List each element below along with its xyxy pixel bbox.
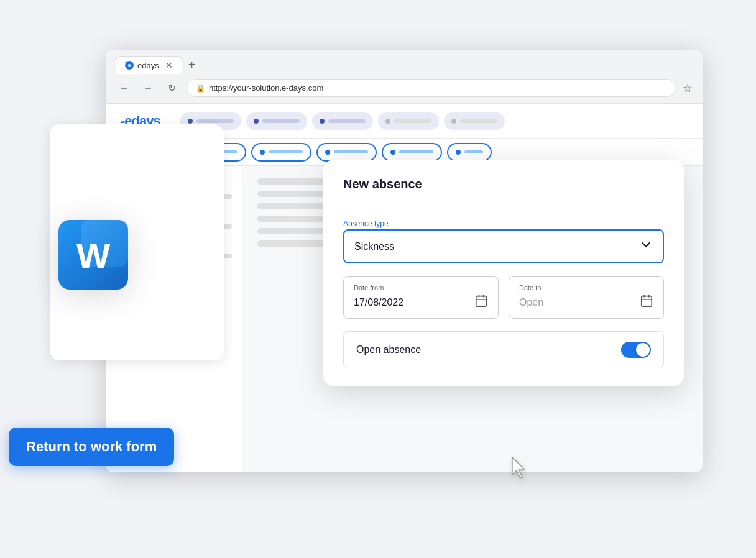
date-row: Date from 17/08/2022	[343, 276, 664, 319]
date-to-field[interactable]: Date to Open	[509, 276, 664, 319]
absence-type-value: Sickness	[354, 241, 394, 252]
address-bar-row: ← → ↻ 🔒 https://your-solution.e-days.com…	[116, 79, 693, 97]
form-title: New absence	[343, 177, 664, 191]
lock-icon: 🔒	[196, 84, 205, 93]
tab-bar: e edays ✕ +	[116, 56, 693, 74]
date-to-text: Open	[519, 297, 543, 308]
absence-type-field: Absence type Sickness	[343, 219, 664, 263]
address-bar[interactable]: 🔒 https://your-solution.e-days.com	[187, 79, 676, 97]
tab-favicon: e	[125, 61, 134, 70]
nav-pill-2[interactable]	[246, 112, 307, 130]
nav-pill-line-3	[328, 119, 366, 123]
svg-text:W: W	[76, 236, 111, 276]
nav-pills	[180, 112, 688, 130]
open-absence-toggle[interactable]	[621, 342, 651, 358]
sub-nav-dot-4	[325, 150, 330, 155]
tab-label: edays	[137, 61, 159, 70]
sub-nav-dot-3	[260, 150, 265, 155]
nav-pill-dot-4	[385, 119, 390, 124]
sub-nav-item-6[interactable]	[447, 143, 492, 162]
nav-pill-dot-5	[451, 119, 456, 124]
form-divider	[343, 204, 664, 204]
cursor-arrow	[510, 456, 530, 483]
word-icon: W	[50, 211, 137, 298]
nav-pill-dot-3	[320, 119, 325, 124]
nav-pill-line-5	[460, 119, 497, 123]
bookmark-button[interactable]: ☆	[683, 81, 693, 95]
new-tab-button[interactable]: +	[186, 58, 198, 72]
sub-nav-dot-5	[390, 150, 395, 155]
open-absence-toggle-row: Open absence	[343, 331, 664, 368]
sub-nav-line-6	[464, 150, 483, 153]
svg-rect-0	[476, 296, 487, 307]
sub-nav-item-5[interactable]	[382, 143, 442, 162]
date-from-label: Date from	[354, 284, 488, 291]
nav-pill-5[interactable]	[444, 112, 505, 130]
absence-type-label: Absence type	[343, 219, 664, 228]
absence-form-panel: New absence Absence type Sickness Date	[323, 160, 684, 386]
nav-pill-dot-2	[254, 119, 259, 124]
date-to-value-row: Open	[519, 294, 653, 311]
date-to-label: Date to	[519, 284, 653, 291]
sub-nav-line-3	[269, 150, 303, 153]
nav-pill-4[interactable]	[378, 112, 439, 130]
absence-type-select[interactable]: Sickness	[343, 229, 664, 263]
toggle-knob	[636, 343, 650, 357]
date-from-value-row: 17/08/2022	[354, 294, 488, 311]
svg-rect-4	[642, 296, 652, 307]
calendar-from-icon	[474, 294, 488, 311]
refresh-button[interactable]: ↻	[163, 80, 180, 97]
open-absence-label: Open absence	[356, 344, 421, 355]
word-icon-wrapper: W	[50, 211, 137, 298]
browser-tab-edays[interactable]: e edays ✕	[116, 56, 182, 74]
nav-pill-line-4	[394, 119, 431, 123]
nav-pill-line-1	[196, 119, 234, 123]
url-text: https://your-solution.e-days.com	[209, 83, 323, 93]
forward-button[interactable]: →	[139, 80, 157, 97]
chevron-down-icon	[639, 238, 653, 255]
sub-nav-line-5	[399, 150, 433, 153]
nav-pill-line-2	[262, 119, 300, 123]
date-from-text: 17/08/2022	[354, 297, 403, 308]
date-from-field[interactable]: Date from 17/08/2022	[343, 276, 499, 319]
calendar-to-icon	[640, 294, 653, 311]
tab-close-button[interactable]: ✕	[165, 60, 173, 70]
return-to-work-button[interactable]: Return to work form	[9, 428, 174, 466]
sub-nav-item-4[interactable]	[316, 143, 377, 162]
back-button[interactable]: ←	[116, 80, 133, 97]
sub-nav-line-4	[334, 150, 368, 153]
browser-toolbar: e edays ✕ + ← → ↻ 🔒	[106, 50, 703, 104]
nav-pill-3[interactable]	[312, 112, 373, 130]
sub-nav-item-3[interactable]	[251, 143, 311, 162]
nav-pill-dot-1	[188, 119, 193, 124]
sub-nav-dot-6	[456, 150, 461, 155]
